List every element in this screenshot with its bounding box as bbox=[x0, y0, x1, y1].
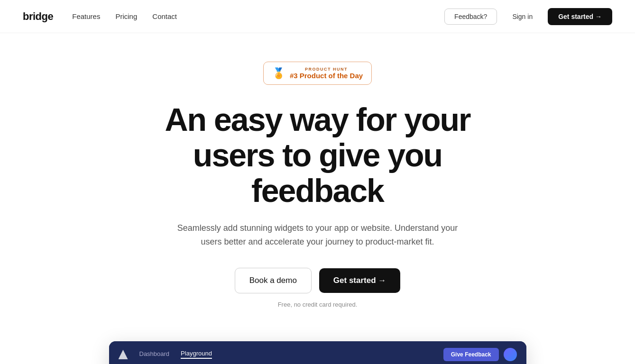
nav-right: Feedback? Sign in Get started → bbox=[444, 8, 612, 25]
hero-buttons: Book a demo Get started → bbox=[235, 268, 401, 293]
getstarted-hero-button[interactable]: Get started → bbox=[319, 268, 400, 293]
product-hunt-badge[interactable]: 🏅 PRODUCT HUNT #3 Product of the Day bbox=[263, 62, 372, 85]
medal-icon: 🏅 bbox=[272, 67, 285, 80]
hero-section: 🏅 PRODUCT HUNT #3 Product of the Day An … bbox=[0, 33, 635, 327]
signin-button[interactable]: Sign in bbox=[503, 9, 542, 24]
badge-label-top: PRODUCT HUNT bbox=[290, 67, 363, 72]
app-playground-tab[interactable]: Playground bbox=[181, 350, 212, 359]
hero-title: An easy way for your users to give you f… bbox=[128, 102, 507, 208]
feedback-button[interactable]: Feedback? bbox=[444, 9, 497, 25]
hero-note: Free, no credit card required. bbox=[278, 301, 358, 308]
pricing-nav-link[interactable]: Pricing bbox=[115, 12, 137, 20]
app-logo-icon bbox=[119, 350, 128, 359]
app-preview-bar: Dashboard Playground Give Feedback bbox=[109, 341, 526, 364]
features-nav-link[interactable]: Features bbox=[72, 12, 100, 20]
app-avatar bbox=[504, 348, 517, 361]
nav-left: bridge Features Pricing Contact bbox=[23, 10, 177, 23]
app-preview-nav-left: Dashboard Playground bbox=[119, 350, 212, 359]
badge-text-container: PRODUCT HUNT #3 Product of the Day bbox=[290, 67, 363, 80]
hero-subtitle: Seamlessly add stunning widgets to your … bbox=[175, 221, 460, 249]
navbar: bridge Features Pricing Contact Feedback… bbox=[0, 0, 635, 33]
give-feedback-button[interactable]: Give Feedback bbox=[443, 348, 499, 361]
app-preview-nav-right: Give Feedback bbox=[443, 348, 517, 361]
nav-links: Features Pricing Contact bbox=[72, 12, 177, 20]
book-demo-button[interactable]: Book a demo bbox=[235, 268, 312, 293]
badge-label-main: #3 Product of the Day bbox=[290, 72, 363, 80]
app-dashboard-tab[interactable]: Dashboard bbox=[139, 350, 170, 358]
app-preview: Dashboard Playground Give Feedback Websi… bbox=[109, 341, 526, 364]
getstarted-nav-button[interactable]: Get started → bbox=[548, 8, 612, 25]
logo[interactable]: bridge bbox=[23, 10, 53, 23]
contact-nav-link[interactable]: Contact bbox=[152, 12, 177, 20]
